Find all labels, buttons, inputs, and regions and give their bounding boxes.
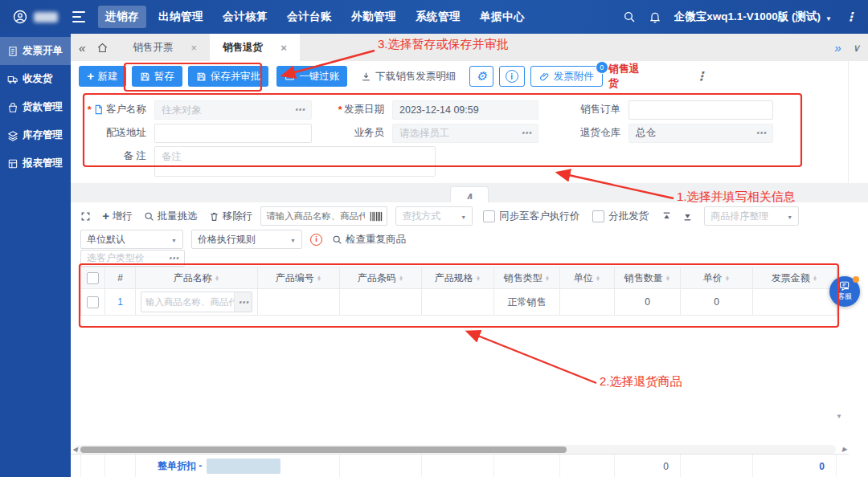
- horizontal-scrollbar[interactable]: [74, 445, 836, 454]
- save-and-approve-button[interactable]: 保存并审批: [188, 66, 269, 87]
- product-sort-select[interactable]: 商品排序整理: [704, 206, 799, 226]
- settings-button[interactable]: [469, 66, 493, 87]
- tab-sales-invoicing[interactable]: 销售开票: [120, 34, 210, 61]
- product-name-editor[interactable]: 输入商品名称、商品代码、: [141, 292, 252, 312]
- remark-textarea[interactable]: [154, 146, 436, 177]
- invoice-date-field[interactable]: [392, 100, 538, 120]
- product-search-input[interactable]: [261, 211, 370, 221]
- sort-icon[interactable]: [215, 275, 219, 281]
- search-mode-select[interactable]: 查找方式: [395, 206, 473, 226]
- tab-sales-return[interactable]: 销售退货: [210, 34, 300, 61]
- sidebar-item-shipping[interactable]: 收发货: [0, 65, 71, 93]
- add-row-button[interactable]: 增行: [102, 210, 133, 223]
- batch-pick-button[interactable]: 批量挑选: [144, 210, 198, 223]
- delivery-address-input[interactable]: [155, 124, 311, 142]
- scroll-right-icon[interactable]: [842, 446, 847, 453]
- download-detail-button[interactable]: 下载销售发票明细: [353, 66, 464, 87]
- sort-icon[interactable]: [665, 275, 670, 281]
- sales-order-field[interactable]: [628, 100, 773, 120]
- salesman-picker-ellipsis[interactable]: [521, 127, 538, 139]
- top-menu-item-ledger[interactable]: 会计台账: [280, 6, 339, 28]
- close-tab-icon[interactable]: [280, 42, 287, 54]
- home-icon[interactable]: [96, 42, 108, 54]
- sort-icon[interactable]: [813, 275, 817, 281]
- customer-picker-ellipsis[interactable]: [294, 104, 311, 116]
- horizontal-scroll-thumb[interactable]: [80, 446, 567, 453]
- top-menu-item-doc-center[interactable]: 单据中心: [473, 6, 532, 28]
- sales-order-input[interactable]: [629, 101, 772, 119]
- unit-price-cell[interactable]: 0: [681, 289, 753, 316]
- customer-input[interactable]: [155, 101, 294, 119]
- unit-default-select[interactable]: 单位默认: [80, 230, 183, 249]
- check-duplicate-button[interactable]: 检查重复商品: [332, 233, 406, 247]
- top-menu-item-invoicing[interactable]: 进销存: [98, 6, 146, 28]
- customer-type-price-select[interactable]: 选客户类型价: [80, 250, 185, 267]
- salesman-field[interactable]: [392, 124, 538, 143]
- expand-tabs-icon[interactable]: [834, 41, 841, 55]
- collapse-tabs-icon[interactable]: [79, 41, 85, 55]
- sales-type-cell[interactable]: 正常销售: [494, 289, 560, 316]
- toolbar-more-icon[interactable]: [695, 69, 707, 84]
- sidebar-item-inventory[interactable]: 库存管理: [0, 121, 71, 149]
- top-menu-item-system[interactable]: 系统管理: [408, 6, 468, 28]
- select-all-checkbox[interactable]: [87, 272, 99, 284]
- price-rule-select[interactable]: 价格执行规则: [191, 230, 302, 249]
- invoice-attachment-button[interactable]: 发票附件 0: [530, 66, 603, 87]
- invoice-amount-cell[interactable]: [753, 289, 837, 316]
- row-checkbox[interactable]: [87, 296, 99, 308]
- top-menu-item-field-work[interactable]: 外勤管理: [344, 6, 403, 28]
- tab-list-dropdown-icon[interactable]: [852, 42, 860, 54]
- one-click-post-button[interactable]: 一键过账: [276, 66, 347, 87]
- customer-service-button[interactable]: 客服: [829, 276, 860, 307]
- header-sales-qty[interactable]: 销售数量: [615, 267, 681, 289]
- header-product-spec[interactable]: 产品规格: [422, 267, 494, 289]
- return-warehouse-input[interactable]: [629, 124, 755, 142]
- sidebar-item-reports[interactable]: 报表管理: [0, 149, 71, 177]
- sidebar-item-invoice-billing[interactable]: 发票开单: [0, 37, 71, 65]
- product-barcode-cell[interactable]: [340, 289, 422, 316]
- top-menu-item-accounting[interactable]: 会计核算: [215, 6, 275, 28]
- collapse-header-button[interactable]: [450, 186, 489, 203]
- salesman-input[interactable]: [393, 124, 521, 142]
- sync-price-checkbox[interactable]: [483, 210, 495, 222]
- sort-icon[interactable]: [545, 275, 550, 281]
- header-product-code[interactable]: 产品编号: [258, 267, 340, 289]
- sort-icon[interactable]: [725, 275, 730, 281]
- product-code-cell[interactable]: [258, 289, 340, 316]
- scroll-left-icon[interactable]: [72, 446, 77, 453]
- unit-cell[interactable]: [560, 289, 615, 316]
- info-button[interactable]: i: [499, 66, 525, 87]
- fullscreen-button[interactable]: [80, 211, 91, 222]
- product-search-box[interactable]: [260, 206, 387, 226]
- user-avatar-icon[interactable]: [13, 10, 27, 24]
- move-to-bottom-icon[interactable]: [682, 211, 693, 222]
- product-name-cell[interactable]: 输入商品名称、商品代码、: [136, 289, 258, 316]
- menu-toggle-icon[interactable]: [72, 11, 85, 22]
- product-picker-ellipsis[interactable]: [234, 292, 252, 312]
- close-tab-icon[interactable]: [190, 42, 197, 54]
- customer-field[interactable]: [154, 100, 312, 120]
- save-draft-button[interactable]: 暂存: [132, 66, 182, 87]
- header-unit-price[interactable]: 单价: [681, 267, 753, 289]
- header-product-name[interactable]: 产品名称: [136, 267, 258, 289]
- discount-input[interactable]: [207, 459, 280, 474]
- header-product-barcode[interactable]: 产品条码: [340, 267, 422, 289]
- notification-bell-icon[interactable]: [649, 10, 661, 23]
- product-spec-cell[interactable]: [422, 289, 494, 316]
- search-icon[interactable]: [623, 10, 636, 23]
- warehouse-picker-ellipsis[interactable]: [755, 127, 772, 139]
- price-rule-info-icon[interactable]: i: [310, 234, 322, 246]
- delivery-address-field[interactable]: [154, 124, 312, 143]
- remove-row-button[interactable]: 移除行: [209, 210, 253, 223]
- sidebar-item-payment[interactable]: 货款管理: [0, 93, 71, 121]
- sort-icon[interactable]: [596, 275, 600, 281]
- sort-icon[interactable]: [476, 275, 481, 281]
- move-to-top-icon[interactable]: [661, 211, 672, 222]
- barcode-icon[interactable]: [370, 211, 383, 222]
- header-unit[interactable]: 单位: [560, 267, 615, 289]
- top-menu-item-cashier[interactable]: 出纳管理: [151, 6, 211, 28]
- sort-icon[interactable]: [317, 275, 321, 281]
- more-menu-icon[interactable]: [845, 10, 857, 24]
- return-warehouse-field[interactable]: [628, 124, 773, 143]
- header-invoice-amount[interactable]: 发票金额: [753, 267, 837, 289]
